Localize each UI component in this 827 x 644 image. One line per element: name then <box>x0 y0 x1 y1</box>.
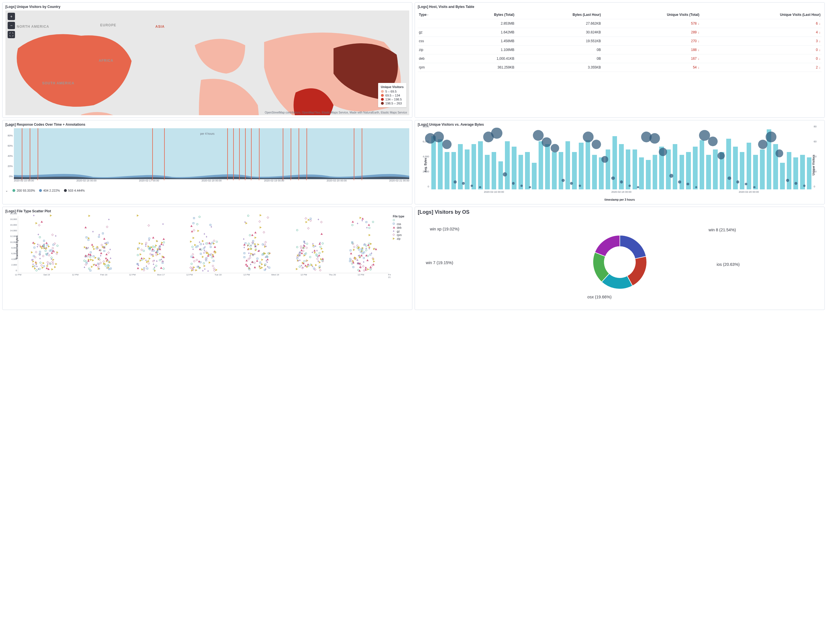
scatter-point <box>350 253 352 255</box>
scatter-point <box>195 246 197 248</box>
legend-item[interactable]: 503 4.444% <box>64 189 85 192</box>
scatter-point <box>353 266 355 268</box>
scatter-point <box>104 250 106 252</box>
scatter-point <box>367 259 368 261</box>
y-tick: 14,000 <box>10 229 17 232</box>
bubble-chart[interactable]: Avg. Bytes Unique Visitors 02,0004,0006,… <box>418 128 822 202</box>
legend-item[interactable]: rpm <box>393 233 409 237</box>
scatter-point <box>198 260 200 263</box>
legend-item[interactable]: +gz <box>393 230 409 233</box>
table-row[interactable]: rpm 361.259KB 3.355KB 54↓ 2↓ <box>418 63 822 72</box>
scatter-point: + <box>318 218 320 220</box>
legend-marker-icon <box>393 223 396 226</box>
table-header[interactable]: Unique Visits (Last Hour) <box>701 11 822 19</box>
donut-slice[interactable] <box>595 235 619 256</box>
scatter-point <box>200 253 202 255</box>
expand-icon[interactable]: ⌄ <box>5 189 8 192</box>
scatter-point: + <box>104 242 106 244</box>
legend-item[interactable]: 200 93.333% <box>12 189 35 192</box>
legend-label: css <box>397 222 401 226</box>
scatter-chart[interactable]: Transferred bytes 02,0004,0006,0008,0001… <box>5 215 390 280</box>
plus-icon: + <box>10 14 12 19</box>
table-row[interactable]: css 1.458MB 19.551KB 270↓ 3↓ <box>418 37 822 45</box>
y-tick: 2,000 <box>423 170 429 173</box>
trend-down-icon: ↓ <box>698 66 700 69</box>
scatter-point <box>356 259 358 261</box>
legend-label: 404 2.222% <box>43 189 60 192</box>
table-header[interactable]: Type↑ <box>418 11 451 19</box>
bar <box>538 141 543 189</box>
scatter-point: + <box>84 266 86 268</box>
scatter-point <box>322 242 324 245</box>
x-tick: 2020-02-15 00:00 <box>14 179 34 188</box>
crop-button[interactable]: ⛶ <box>8 31 15 38</box>
y-tick: 4,000 <box>423 155 429 158</box>
scatter-point <box>107 264 109 266</box>
legend-dot-icon <box>381 94 384 97</box>
table-header[interactable]: Unique Visits (Total) <box>602 11 701 19</box>
bubble-point <box>708 136 718 146</box>
table-row[interactable]: gz 1.642MB 30.824KB 289↓ 4↓ <box>418 28 822 37</box>
scatter-point <box>318 252 320 254</box>
bar <box>532 163 537 189</box>
scatter-point <box>105 253 107 255</box>
scatter-point <box>214 246 216 248</box>
table-row[interactable]: 2.853MB 27.662KB 578↓ 6↓ <box>418 19 822 28</box>
legend-item[interactable] <box>393 219 409 222</box>
scatter-point <box>259 267 262 269</box>
table-row[interactable]: zip 1.108MB 0B 188↓ 0↓ <box>418 45 822 54</box>
zoom-out-button[interactable]: − <box>8 22 15 29</box>
scatter-point <box>52 247 54 249</box>
scatter-point <box>140 253 142 255</box>
scatter-point <box>90 252 92 253</box>
bubble-point <box>433 131 444 142</box>
map-body[interactable]: + − ⛶ NORTH AMERICA SOUTH AMERICA EUROPE… <box>5 11 409 115</box>
scatter-point: + <box>87 247 89 249</box>
legend-item[interactable]: deb <box>393 226 409 229</box>
scatter-point <box>91 244 93 246</box>
scatter-point <box>305 252 307 254</box>
scatter-point <box>361 248 363 250</box>
annotation-line <box>22 128 22 179</box>
donut-label: win 7 (19.15%) <box>426 260 453 265</box>
trend-down-icon: ↓ <box>698 22 700 25</box>
scatter-point <box>39 225 41 227</box>
zoom-in-button[interactable]: + <box>8 13 15 20</box>
donut-label: osx (19.66%) <box>587 295 611 299</box>
scatter-point <box>97 266 99 268</box>
scatter-point <box>305 218 307 220</box>
scatter-point <box>48 255 50 256</box>
scatter-point <box>260 226 262 228</box>
scatter-point: + <box>37 268 40 270</box>
scatter-point <box>44 250 47 252</box>
bubble-point <box>601 156 608 163</box>
bubble-point <box>512 182 515 185</box>
bar <box>700 140 704 189</box>
legend-item[interactable]: zip <box>393 237 409 240</box>
bubble-point <box>611 177 615 180</box>
table-header[interactable]: Bytes (Last Hour) <box>515 11 602 19</box>
scatter-point <box>244 256 246 258</box>
cell-bytes-hour: 0B <box>515 54 602 63</box>
y-tick: 18,000 <box>10 218 17 220</box>
donut-slice[interactable] <box>620 235 646 259</box>
scatter-point <box>97 246 99 248</box>
scatter-point <box>212 265 214 267</box>
table-row[interactable]: deb 1,000.41KB 0B 167↓ 0↓ <box>418 54 822 63</box>
scatter-point: + <box>358 255 360 257</box>
table-header[interactable]: Bytes (Total) <box>451 11 515 19</box>
response-chart[interactable]: 0%20%40%60%80%100% ***************** 202… <box>5 128 409 188</box>
y-tick: 12,000 <box>10 235 17 238</box>
y-tick: 8,000 <box>423 125 429 128</box>
x-tick: 2020-02-17 00:00 <box>139 179 159 188</box>
y-tick: 20,000 <box>10 212 17 215</box>
scatter-point <box>106 258 108 260</box>
y-tick: 16,000 <box>10 224 17 226</box>
cell-visits-total: 54↓ <box>602 63 701 72</box>
legend-item[interactable]: 404 2.222% <box>39 189 60 192</box>
legend-dot-icon <box>381 90 384 93</box>
scatter-point <box>202 256 204 258</box>
legend-item[interactable]: css <box>393 222 409 226</box>
trend-down-icon: ↓ <box>819 39 821 43</box>
donut-chart[interactable]: win 8 (21.54%)ios (20.63%)osx (19.66%)wi… <box>418 217 822 308</box>
